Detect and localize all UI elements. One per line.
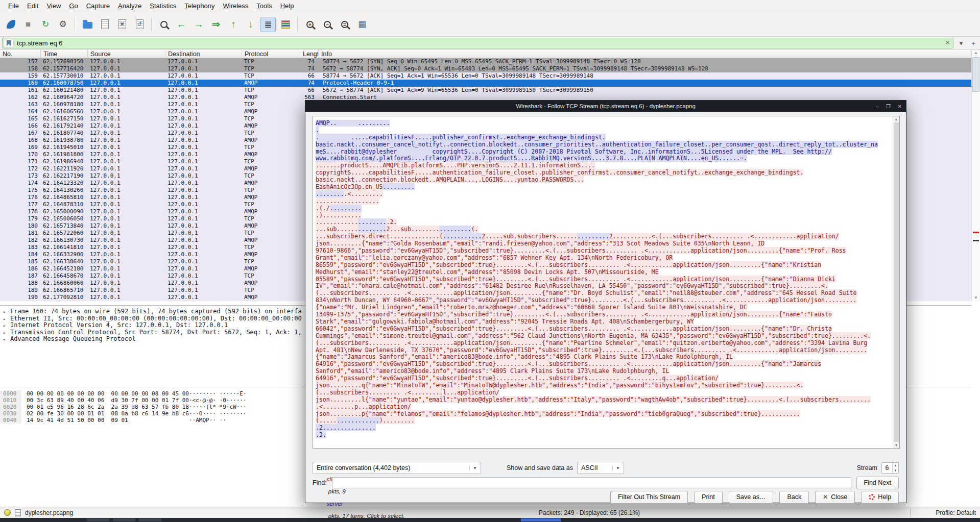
stream-line: copyrightS.....capabilitiesF.....authent… — [316, 169, 891, 177]
zoom-reset-icon[interactable]: = — [337, 17, 352, 32]
stream-line: {"name":"Mr. Uriel Lindgren","email":"ro… — [316, 304, 891, 311]
stream-line: (...subscribers......... .<............a… — [316, 290, 891, 297]
taskbar-item[interactable] — [113, 518, 135, 521]
capture-options-icon[interactable]: ⚙ — [55, 17, 70, 32]
find-input[interactable] — [332, 477, 851, 488]
spinner-up-icon[interactable]: ▲ — [893, 463, 898, 468]
packet-row[interactable]: 161 62.160121480 127.0.0.1 127.0.0.1 TCP… — [0, 87, 971, 94]
stream-label: Stream — [857, 464, 877, 471]
display-filter-input[interactable] — [2, 38, 953, 48]
packet-row[interactable]: 159 62.157730010 127.0.0.1 127.0.0.1 TCP… — [0, 72, 971, 80]
open-file-icon[interactable] — [80, 17, 95, 32]
stream-line: 13499-1375","password":"ev6GwyaHT15D","s… — [316, 311, 891, 318]
stop-capture-icon[interactable]: ■ — [20, 17, 36, 32]
toolbar-separator[interactable] — [151, 18, 152, 31]
print-button[interactable]: Print — [694, 491, 723, 504]
help-button[interactable]: Help — [861, 491, 899, 504]
filter-add-icon[interactable]: ＋ — [969, 39, 978, 48]
restart-capture-icon[interactable]: ↻ — [38, 17, 53, 32]
show-as-label: Show and save data as — [507, 464, 573, 471]
profile-label[interactable]: Profile: Default — [936, 509, 976, 516]
reload-file-icon[interactable]: ↺ — [132, 17, 147, 32]
taskbar-item[interactable] — [139, 518, 161, 521]
go-last-packet-icon[interactable]: ↓ — [243, 17, 258, 32]
packet-row[interactable]: 160 62.160078750 127.0.0.1 127.0.0.1 AMQ… — [0, 80, 971, 87]
expand-arrow-icon[interactable] — [3, 309, 10, 315]
menu-analyze[interactable]: Analyze — [114, 1, 146, 11]
resize-columns-icon[interactable]: ▦ — [354, 17, 370, 32]
column-protocol[interactable]: Protocol — [242, 50, 300, 58]
stream-number-spinner[interactable]: 6 ▲▼ — [881, 462, 899, 474]
menu-statistics[interactable]: Statistics — [146, 1, 180, 11]
zoom-out-icon[interactable]: − — [320, 17, 335, 32]
column-source[interactable]: Source — [88, 50, 165, 58]
save-file-icon[interactable] — [97, 17, 112, 32]
minimize-icon[interactable]: – — [876, 104, 879, 109]
taskbar-item-active[interactable] — [521, 518, 561, 521]
column-destination[interactable]: Destination — [165, 50, 242, 58]
scrollbar-thumb[interactable] — [972, 57, 979, 92]
spinner-down-icon[interactable]: ▼ — [893, 468, 898, 473]
colorize-icon[interactable] — [278, 17, 293, 32]
find-next-button[interactable]: Find Next — [856, 477, 899, 489]
close-button[interactable]: ✕Close — [815, 491, 855, 504]
column-length[interactable]: Length — [300, 50, 319, 58]
menu-wireless[interactable]: Wireless — [219, 1, 253, 11]
close-x-icon: ✕ — [823, 493, 828, 501]
menu-file[interactable]: File — [4, 1, 23, 11]
filter-bookmark-icon[interactable] — [4, 39, 14, 47]
toolbar-separator[interactable] — [297, 18, 298, 31]
menu-telephony[interactable]: Telephony — [180, 1, 219, 11]
filter-clear-icon[interactable]: ✕ — [945, 39, 950, 46]
go-back-icon[interactable]: ← — [174, 17, 189, 32]
stream-line: .................. — [316, 198, 891, 205]
column-time[interactable]: Time — [41, 50, 88, 58]
stream-content[interactable]: AMQP.. ......... . . .....capabilitiesF.… — [313, 116, 900, 449]
column-info[interactable]: Info — [319, 50, 971, 58]
scrollbar-up-icon[interactable]: ▲ — [893, 116, 899, 122]
menu-tools[interactable]: Tools — [252, 1, 276, 11]
zoom-in-icon[interactable]: + — [302, 17, 318, 32]
stream-line: 97610-9866","password":"ev6GwyaHT15D","s… — [316, 247, 891, 255]
packet-list-scrollbar[interactable]: ▲ ▼ — [971, 50, 980, 301]
capture-comment-icon[interactable] — [15, 509, 21, 516]
maximize-icon[interactable]: ❐ — [886, 104, 891, 109]
dialog-titlebar[interactable]: Wireshark · Follow TCP Stream (tcp.strea… — [305, 101, 906, 112]
go-forward-icon[interactable]: → — [191, 17, 206, 32]
close-file-icon[interactable]: ✕ — [114, 17, 130, 32]
help-icon — [869, 494, 875, 500]
expert-info-icon[interactable] — [4, 509, 11, 516]
packet-row[interactable]: 157 62.157698150 127.0.0.1 127.0.0.1 TCP… — [0, 58, 971, 65]
expand-arrow-icon[interactable] — [3, 322, 10, 329]
taskbar-item[interactable] — [87, 518, 109, 521]
expand-arrow-icon[interactable] — [3, 316, 10, 322]
scrollbar-thumb[interactable] — [894, 122, 899, 442]
auto-scroll-icon[interactable]: ≣ — [260, 17, 276, 32]
close-icon[interactable]: ✕ — [898, 104, 902, 109]
menu-help[interactable]: Help — [276, 1, 298, 11]
menu-go[interactable]: Go — [65, 1, 82, 11]
back-button[interactable]: Back — [779, 491, 809, 504]
filter-out-stream-button[interactable]: Filter Out This Stream — [610, 491, 688, 504]
packet-row[interactable]: 158 62.157716420 127.0.0.1 127.0.0.1 TCP… — [0, 65, 971, 72]
filter-expander-icon[interactable]: ▾ — [957, 39, 966, 48]
save-as-button[interactable]: Save as… — [729, 491, 774, 504]
menu-view[interactable]: View — [42, 1, 65, 11]
scrollbar-mark-dark — [973, 240, 979, 241]
scrollbar-down-icon[interactable]: ▼ — [893, 442, 899, 448]
conversation-select[interactable]: Entire conversation (4,402 bytes) ▼ — [313, 462, 481, 474]
stream-scrollbar[interactable]: ▲ ▼ — [893, 116, 899, 448]
go-to-packet-icon[interactable]: ⇒ — [208, 17, 224, 32]
expand-arrow-icon[interactable] — [3, 336, 10, 343]
show-as-select[interactable]: ASCII ▼ — [577, 462, 624, 474]
menu-edit[interactable]: Edit — [23, 1, 42, 11]
start-capture-icon[interactable] — [3, 17, 18, 32]
toolbar-separator[interactable] — [75, 18, 76, 31]
find-packet-icon[interactable] — [156, 17, 172, 32]
go-first-packet-icon[interactable]: ↑ — [226, 17, 241, 32]
scrollbar-down-icon[interactable]: ▼ — [972, 295, 980, 301]
column-no[interactable]: No. — [0, 50, 41, 58]
scrollbar-up-icon[interactable]: ▲ — [972, 50, 980, 56]
menu-capture[interactable]: Capture — [82, 1, 114, 11]
expand-arrow-icon[interactable] — [3, 330, 10, 336]
